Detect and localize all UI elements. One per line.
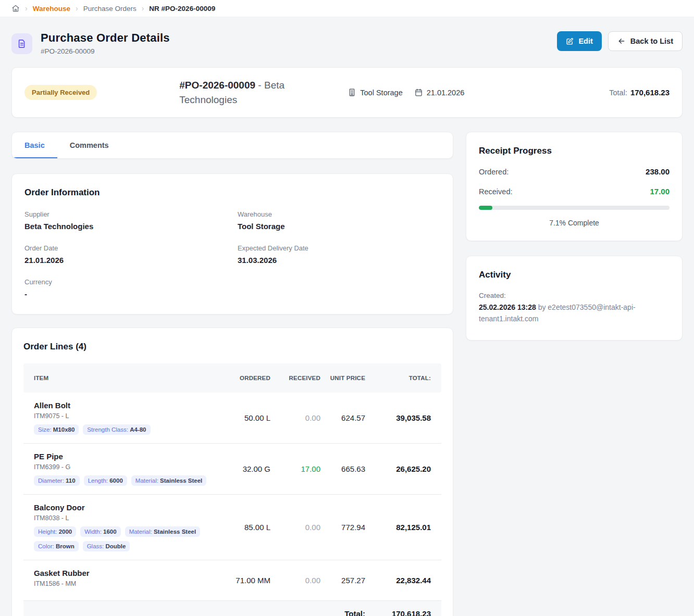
warehouse-meta: Tool Storage	[348, 88, 402, 97]
item-code: ITM9075 - L	[34, 412, 225, 420]
item-cell: Balcony Door ITM8038 - L Height: 2000Wid…	[34, 503, 225, 551]
status-meta: Tool Storage 21.01.2026	[348, 88, 464, 97]
attribute-label: Length:	[88, 477, 108, 484]
attribute-chip: Color: Brown	[34, 541, 79, 551]
created-line: 25.02.2026 13:28 by e2etest073550@intakt…	[479, 302, 670, 324]
home-icon[interactable]	[11, 4, 20, 12]
attribute-value: 1600	[103, 529, 117, 535]
line-received: 0.00	[279, 523, 320, 532]
ordered-value: 238.00	[646, 167, 670, 176]
item-code: ITM1586 - MM	[34, 580, 225, 587]
field-expected-delivery-date: Expected Delivery Date 31.03.2026	[238, 244, 440, 265]
received-value: 17.00	[650, 187, 670, 196]
table-row: Allen Bolt ITM9075 - L Size: M10x80Stren…	[23, 393, 441, 444]
field-label: Currency	[24, 278, 227, 286]
edit-pencil-icon	[566, 37, 574, 45]
attribute-value: Stainless Steel	[160, 477, 202, 484]
field-label: Expected Delivery Date	[238, 244, 440, 252]
edit-button-label: Edit	[578, 37, 592, 45]
page-title: Purchase Order Details	[41, 31, 170, 45]
receipt-progress-card: Receipt Progress Ordered: 238.00 Receive…	[466, 132, 683, 241]
item-attributes: Size: M10x80Strength Class: A4-80	[34, 424, 225, 435]
column-header-item: ITEM	[34, 375, 225, 381]
attribute-label: Strength Class:	[87, 426, 128, 433]
field-value: 31.03.2026	[238, 256, 440, 265]
progress-fill	[479, 206, 492, 210]
attribute-chip: Strength Class: A4-80	[83, 424, 150, 435]
attribute-chip: Length: 6000	[84, 475, 127, 486]
document-icon	[11, 33, 32, 54]
header-actions: Edit Back to List	[557, 31, 683, 51]
status-badge: Partially Received	[24, 85, 97, 100]
date-meta: 21.01.2026	[414, 88, 465, 97]
status-po-number: #PO-2026-00009	[179, 80, 255, 91]
tabs-bar: Basic Comments	[11, 132, 453, 159]
breadcrumb-item-warehouse[interactable]: Warehouse	[33, 5, 70, 12]
field-supplier: Supplier Beta Technologies	[24, 210, 227, 231]
progress-complete-text: 7.1% Complete	[479, 219, 670, 227]
field-value: Tool Storage	[238, 222, 440, 231]
attribute-value: 110	[66, 477, 76, 484]
line-ordered: 50.00 L	[233, 413, 270, 422]
table-total-label: Total:	[329, 609, 365, 616]
status-title: #PO-2026-00009 - Beta Technologies	[179, 78, 296, 107]
attribute-label: Glass:	[87, 543, 104, 549]
attribute-chip: Height: 2000	[34, 526, 76, 537]
back-to-list-button[interactable]: Back to List	[608, 31, 683, 51]
order-lines-table: ITEM ORDERED RECEIVED UNIT PRICE TOTAL: …	[23, 363, 441, 616]
item-attributes: Diameter: 110Length: 6000Material: Stain…	[34, 475, 225, 486]
table-row: Balcony Door ITM8038 - L Height: 2000Wid…	[23, 495, 441, 560]
progress-bar	[479, 206, 670, 210]
attribute-value: Brown	[56, 543, 75, 549]
right-column: Receipt Progress Ordered: 238.00 Receive…	[466, 132, 683, 341]
item-attributes: Height: 2000Width: 1600Material: Stainle…	[34, 526, 225, 551]
breadcrumb-separator: ›	[76, 4, 78, 12]
item-cell: Gasket Rubber ITM1586 - MM	[34, 569, 225, 592]
status-total-value: 170,618.23	[630, 88, 670, 97]
line-ordered: 85.00 L	[233, 523, 270, 532]
attribute-chip: Diameter: 110	[34, 475, 80, 486]
item-name: Allen Bolt	[34, 401, 225, 410]
status-card: Partially Received #PO-2026-00009 - Beta…	[11, 67, 683, 118]
table-row: Gasket Rubber ITM1586 - MM 71.00 MM 0.00…	[23, 560, 441, 601]
column-header-ordered: ORDERED	[233, 375, 270, 381]
breadcrumb-item-purchase-orders[interactable]: Purchase Orders	[83, 5, 137, 12]
line-received: 0.00	[279, 413, 320, 422]
attribute-value: Stainless Steel	[154, 529, 196, 535]
attribute-label: Material:	[135, 477, 158, 484]
line-unit-price: 665.63	[329, 464, 365, 473]
line-total: 22,832.44	[374, 576, 431, 585]
received-row: Received: 17.00	[479, 187, 670, 196]
table-row: PE Pipe ITM6399 - G Diameter: 110Length:…	[23, 444, 441, 495]
line-total: 26,625.20	[374, 464, 431, 473]
order-lines-body: Allen Bolt ITM9075 - L Size: M10x80Stren…	[23, 393, 441, 601]
attribute-value: Double	[105, 543, 126, 549]
attribute-chip: Glass: Double	[83, 541, 130, 551]
activity-card: Activity Created: 25.02.2026 13:28 by e2…	[466, 256, 683, 341]
page-subtitle: #PO-2026-00009	[41, 47, 170, 55]
line-received: 0.00	[279, 576, 320, 585]
field-currency: Currency -	[24, 278, 227, 298]
breadcrumb-item-current: NR #PO-2026-00009	[149, 5, 215, 12]
tab-basic[interactable]: Basic	[12, 132, 57, 158]
ordered-label: Ordered:	[479, 168, 509, 176]
received-label: Received:	[479, 187, 512, 196]
page-header: Purchase Order Details #PO-2026-00009 Ed…	[0, 17, 694, 55]
edit-button[interactable]: Edit	[557, 31, 601, 51]
activity-title: Activity	[479, 270, 670, 280]
field-order-date: Order Date 21.01.2026	[24, 244, 227, 265]
item-code: ITM6399 - G	[34, 463, 225, 471]
warehouse-meta-label: Tool Storage	[360, 89, 402, 97]
field-value: 21.01.2026	[24, 256, 227, 265]
breadcrumb: › Warehouse › Purchase Orders › NR #PO-2…	[11, 4, 215, 12]
tab-comments[interactable]: Comments	[57, 132, 121, 158]
attribute-label: Diameter:	[38, 477, 64, 484]
order-lines-header: ITEM ORDERED RECEIVED UNIT PRICE TOTAL:	[23, 363, 441, 393]
field-label: Supplier	[24, 210, 227, 218]
order-information-title: Order Information	[24, 187, 440, 198]
table-total-value: 170,618.23	[374, 609, 431, 616]
column-header-total: TOTAL:	[374, 375, 431, 381]
attribute-value: 6000	[109, 477, 123, 484]
order-lines-footer: Total: 170,618.23	[23, 601, 441, 616]
item-name: Balcony Door	[34, 503, 225, 512]
